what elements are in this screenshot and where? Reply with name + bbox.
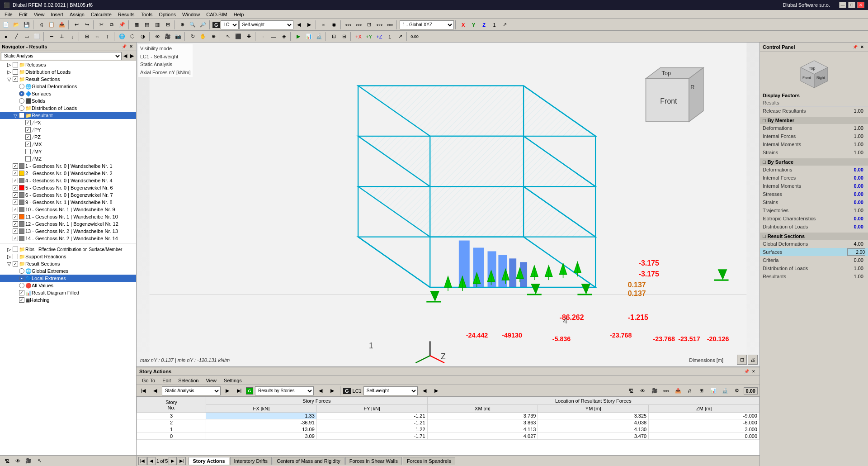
story-chart-btn[interactable]: 📊 [708,386,718,396]
menu-file[interactable]: File [2,11,15,18]
res-btn[interactable]: 📊 [304,32,314,42]
story-analysis-select[interactable]: Static Analysis [162,386,221,395]
nav-item-resultant[interactable]: ▽ 📁 Resultant [0,112,136,119]
surf-btn[interactable]: ▭ [22,32,32,42]
nav-item-all-values[interactable]: ▷ 🔴 All Values [0,282,136,289]
radio-local-ext[interactable] [19,276,24,281]
view4-btn[interactable]: ⊞ [163,20,173,30]
nav-close-btn[interactable]: ✕ [128,43,134,50]
snap-mid-btn[interactable]: ◈ [279,32,289,42]
expand-resultant[interactable]: ▽ [14,113,18,119]
expand-result-sect-b[interactable]: ▽ [7,261,12,267]
zoom3d-btn[interactable]: ⊕ [208,32,218,42]
support-btn[interactable]: ⊥ [57,32,67,42]
nav-icon-cursor[interactable]: ↖ [34,456,44,466]
nav-item-s2[interactable]: ▷ 2 - Geschoss Nr. 0 | Wandscheibe Nr. 2 [0,170,136,177]
nav-icon-camera[interactable]: 🎥 [24,456,33,466]
tab-centers-mass[interactable]: Centers of Mass and Rigidity [273,457,344,465]
nav-item-support[interactable]: ▷ 📁 Support Reactions [0,253,136,260]
cb-my[interactable] [25,149,31,154]
cb-s6[interactable] [13,192,18,198]
copy-btn[interactable]: ⧉ [107,20,117,30]
right-b2-btn[interactable]: ↗ [395,32,405,42]
filter1-btn[interactable]: xxx [344,20,354,30]
table-row[interactable]: 1 -13.09 -1.22 4.113 4.130 -3.000 [137,426,760,433]
zoom-in-btn[interactable]: 🔍 [188,20,198,30]
right-az-btn[interactable]: +Z [374,32,384,42]
nav-item-s11[interactable]: ▷ 11 - Geschoss Nr. 1 | Wandscheibe Nr. … [0,213,136,220]
cb-result-sections[interactable] [13,76,18,82]
extra1-btn[interactable]: ⊡ [329,32,339,42]
window-sel-btn[interactable]: ⬛ [233,32,243,42]
nav-item-result-sect-b[interactable]: ▽ 📁 Result Sections [0,260,136,267]
lc-story-prev[interactable]: ◀ [420,386,429,396]
story-export-btn[interactable]: 📤 [673,386,683,396]
view2-btn[interactable]: ▤ [142,20,152,30]
results-prev-btn[interactable]: ◀ [316,386,326,396]
node-btn[interactable]: ● [1,32,11,42]
nav-item-s14[interactable]: ▷ 14 - Geschoss Nr. 2 | Wandscheibe Nr. … [0,235,136,242]
paste-btn[interactable]: 📌 [117,20,127,30]
minimize-button[interactable]: — [839,2,846,8]
story-nav-start[interactable]: |◀ [138,386,148,396]
cb-distribution[interactable] [13,69,18,75]
cb-s4[interactable] [13,178,18,183]
nav-prev-btn[interactable]: ◀ [122,52,128,60]
page-next-btn[interactable]: ▶ [169,457,177,465]
nav-item-global-ext[interactable]: ▷ 🌐 Global Extremes [0,267,136,275]
isometric-btn[interactable]: ↗ [500,20,510,30]
nav-item-global-def[interactable]: ▷ 🌐 Global Deformations [0,83,136,90]
menu-tools[interactable]: Tools [138,11,155,18]
dimension-btn[interactable]: ↔ [92,32,102,42]
nav-item-ribs[interactable]: ▷ 📁 Ribs - Effective Contribution on Sur… [0,246,136,253]
nav-item-mx[interactable]: ▷ ╱ MX [0,141,136,148]
menu-help[interactable]: Help [231,11,247,18]
axis-z-btn[interactable]: Z [479,20,489,30]
cb-s2[interactable] [13,171,18,176]
extra-btn1[interactable]: 0.00 [410,32,420,42]
zoom-all-btn[interactable]: ⊕ [177,20,187,30]
story-view-btn2[interactable]: 👁 [638,386,648,396]
results-by-select[interactable]: Results by Stories [255,386,314,395]
vis-btn1[interactable]: 👁 [152,32,162,42]
story-view-btn4[interactable]: xxx [661,386,671,396]
right-ax-btn[interactable]: +X [354,32,363,42]
cp-member-header[interactable]: □ By Member [760,117,868,124]
cb-pz[interactable] [25,134,31,140]
print-btn[interactable]: 🖨 [36,20,46,30]
nav-next-btn[interactable]: ▶ [129,52,135,60]
results-next-btn[interactable]: ▶ [327,386,337,396]
radio-solids[interactable] [19,98,24,104]
cb-releases[interactable] [13,62,18,67]
cb-s13[interactable] [13,228,18,234]
story-nav-end[interactable]: ▶| [234,386,244,396]
menu-edit[interactable]: Edit [16,11,30,18]
story-nav-prev[interactable]: ◀ [150,386,160,396]
lc-story-next[interactable]: ▶ [431,386,441,396]
story-menu-settings[interactable]: Settings [222,377,244,384]
nav-item-s5[interactable]: ▷ 5 - Geschoss Nr. 0 | Bogenzwickel Nr. … [0,184,136,191]
pan-btn[interactable]: ✋ [198,32,208,42]
close-button[interactable]: ✕ [857,2,864,8]
nav-item-releases[interactable]: ▷ 📁 Releases [0,61,136,68]
expand-support[interactable]: ▷ [7,254,12,260]
snap-node-btn[interactable]: · [258,32,268,42]
prev-lc-btn[interactable]: ◀ [294,20,304,30]
story-nav-next[interactable]: ▶ [222,386,232,396]
nav-item-s4[interactable]: ▷ 4 - Geschoss Nr. 0 | Wandscheibe Nr. 4 [0,177,136,184]
lc-selector[interactable]: LC1 [221,20,239,29]
result-mode-btn[interactable]: × [319,20,329,30]
story-close-btn[interactable]: ✕ [750,368,757,375]
story-pin-btn[interactable]: 📌 [743,368,750,375]
load-btn[interactable]: ↓ [67,32,77,42]
member-btn[interactable]: ━ [47,32,57,42]
cut-btn[interactable]: ✂ [96,20,106,30]
cb-s1[interactable] [13,163,18,169]
nav-item-s6[interactable]: ▷ 6 - Geschoss Nr. 0 | Bogenzwickel Nr. … [0,191,136,199]
cross-sel-btn[interactable]: ✚ [244,32,254,42]
tab-interstory-drifts[interactable]: Interstory Drifts [230,457,272,465]
nav-item-dist-sub[interactable]: ▷ 📁 Distribution of Loads [0,105,136,112]
menu-view[interactable]: View [31,11,47,18]
solid-btn[interactable]: ⬜ [32,32,42,42]
expand-result-sections[interactable]: ▽ [7,76,12,82]
